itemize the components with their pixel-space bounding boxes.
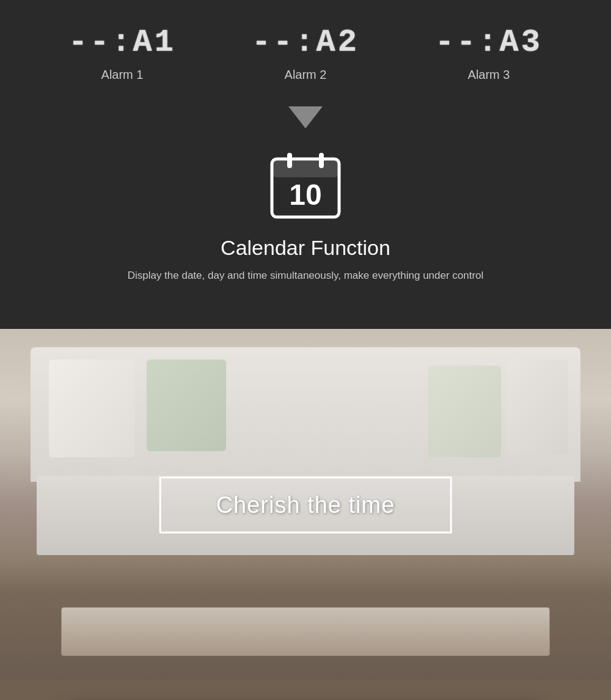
alarm-2-label: Alarm 2 bbox=[285, 68, 327, 82]
arrow-down-icon bbox=[288, 106, 323, 128]
alarms-row: --:A1 Alarm 1 --:A2 Alarm 2 --:A3 Alarm … bbox=[31, 24, 580, 82]
cherish-text: Cherish the time bbox=[216, 492, 395, 517]
alarm-1-item: --:A1 Alarm 1 bbox=[68, 24, 176, 82]
calendar-description: Display the date, day and time simultane… bbox=[128, 267, 484, 284]
bottom-section: 11:16 15.0 1.30 FRI bbox=[0, 680, 611, 700]
alarm-3-display: --:A3 bbox=[435, 24, 543, 61]
calendar-title: Calendar Function bbox=[221, 236, 390, 260]
middle-section: Cherish the time bbox=[0, 329, 611, 680]
alarm-1-label: Alarm 1 bbox=[101, 68, 144, 82]
calendar-section: 10 Calendar Function Display the date, d… bbox=[128, 147, 484, 284]
alarm-2-display: --:A2 bbox=[252, 24, 359, 61]
cherish-box: Cherish the time bbox=[159, 476, 452, 533]
coffee-table bbox=[61, 607, 550, 656]
calendar-icon: 10 bbox=[266, 147, 345, 226]
alarm-1-display: --:A1 bbox=[68, 24, 176, 61]
pillow-1 bbox=[49, 359, 134, 457]
svg-rect-3 bbox=[319, 153, 324, 168]
svg-rect-1 bbox=[272, 159, 339, 177]
pillow-3 bbox=[428, 366, 501, 457]
top-section: --:A1 Alarm 1 --:A2 Alarm 2 --:A3 Alarm … bbox=[0, 0, 611, 329]
svg-text:10: 10 bbox=[289, 179, 321, 211]
alarm-3-item: --:A3 Alarm 3 bbox=[435, 24, 543, 82]
pillow-2 bbox=[147, 359, 226, 451]
alarm-2-item: --:A2 Alarm 2 bbox=[252, 24, 359, 82]
svg-rect-2 bbox=[287, 153, 292, 168]
pillow-4 bbox=[507, 359, 568, 454]
alarm-3-label: Alarm 3 bbox=[468, 68, 510, 82]
